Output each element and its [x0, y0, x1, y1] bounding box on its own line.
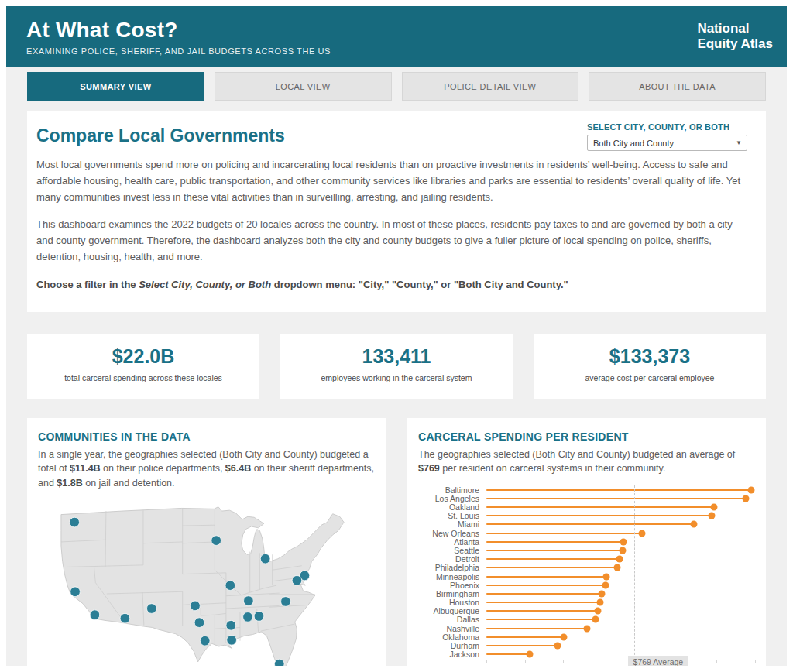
- map-marker-albuquerque[interactable]: [146, 604, 156, 614]
- chart-row-track: [486, 589, 755, 598]
- chart-row-track: [486, 633, 755, 641]
- chart-row: Jackson: [418, 650, 755, 659]
- map-marker-jackson[interactable]: [226, 620, 236, 630]
- bar-dot[interactable]: [613, 564, 620, 571]
- stat-card-cost-per-employee: $133,373 average cost per carceral emplo…: [534, 334, 766, 399]
- map-marker-baltimore[interactable]: [292, 575, 302, 585]
- bar-line[interactable]: [486, 645, 558, 646]
- bar-dot[interactable]: [748, 486, 755, 493]
- bar-dot[interactable]: [690, 521, 697, 528]
- bar-line[interactable]: [486, 550, 623, 551]
- chart-row: Los Angeles: [418, 494, 755, 502]
- map-marker-seattle[interactable]: [70, 517, 80, 527]
- intro-p3-text-2: dropdown menu: "City," "County," or "Bot…: [271, 279, 568, 290]
- bar-dot[interactable]: [638, 530, 645, 537]
- bar-line[interactable]: [486, 558, 620, 560]
- bar-dot[interactable]: [526, 651, 533, 658]
- bar-dot[interactable]: [619, 547, 626, 554]
- map-marker-nashville[interactable]: [244, 596, 254, 606]
- chart-row-label: Los Angeles: [418, 494, 486, 503]
- chart-row-track: [486, 502, 755, 511]
- lollipop-chart: BaltimoreLos AngelesOaklandSt. LouisMiam…: [418, 485, 755, 666]
- bar-line[interactable]: [486, 541, 623, 543]
- map-card-title: COMMUNITIES IN THE DATA: [38, 430, 375, 443]
- stat-value: $133,373: [540, 345, 760, 368]
- map-marker-atlanta[interactable]: [254, 611, 264, 621]
- chart-row-label: Oakland: [418, 502, 486, 512]
- geography-select-value: Both City and County: [593, 139, 674, 148]
- dashboard: At What Cost? EXAMINING POLICE, SHERIFF,…: [6, 6, 787, 666]
- chart-row-track: [486, 537, 755, 546]
- map-marker-oklahoma[interactable]: [191, 601, 201, 611]
- bar-dot[interactable]: [710, 504, 717, 511]
- chart-row-label: Atlanta: [418, 537, 486, 547]
- stat-caption: average cost per carceral employee: [540, 373, 760, 382]
- bar-line[interactable]: [486, 523, 694, 525]
- axis-tick-label: $600: [592, 664, 610, 666]
- bar-dot[interactable]: [620, 538, 627, 545]
- bar-line[interactable]: [486, 653, 530, 655]
- map-marker-detroit[interactable]: [260, 554, 270, 564]
- map-marker-new-orleans[interactable]: [227, 635, 237, 645]
- bar-line[interactable]: [486, 498, 746, 499]
- chart-row-label: Phoenix: [418, 581, 486, 590]
- chart-row: Dallas: [418, 615, 755, 624]
- bar-line[interactable]: [486, 636, 564, 638]
- bar-line[interactable]: [486, 515, 712, 516]
- bar-dot[interactable]: [554, 643, 561, 650]
- bar-dot[interactable]: [594, 608, 601, 615]
- chart-row-label: Nashville: [418, 624, 486, 633]
- axis-tick-mark: [640, 660, 640, 663]
- map-marker-minneapolis[interactable]: [211, 536, 221, 546]
- map-marker-los-angeles[interactable]: [90, 610, 100, 620]
- bar-dot[interactable]: [592, 616, 599, 623]
- bar-dot[interactable]: [597, 599, 604, 606]
- bar-line[interactable]: [486, 533, 642, 534]
- bar-line[interactable]: [486, 602, 600, 603]
- tab-summary-view[interactable]: SUMMARY VIEW: [27, 72, 204, 101]
- bar-line[interactable]: [486, 628, 587, 629]
- map-card-blurb: In a single year, the geographies select…: [38, 447, 375, 491]
- map-marker-durham[interactable]: [281, 596, 291, 606]
- bar-line[interactable]: [486, 489, 751, 491]
- bar-line[interactable]: [486, 610, 598, 612]
- bar-dot[interactable]: [742, 495, 749, 502]
- tab-bar: SUMMARY VIEW LOCAL VIEW POLICE DETAIL VI…: [6, 67, 787, 101]
- stat-caption: total carceral spending across these loc…: [33, 373, 253, 382]
- tab-police-detail-view[interactable]: POLICE DETAIL VIEW: [402, 72, 579, 101]
- map-marker-houston[interactable]: [200, 636, 210, 646]
- bar-dot[interactable]: [584, 625, 591, 632]
- chart-row: Phoenix: [418, 581, 755, 589]
- bar-line[interactable]: [486, 506, 714, 508]
- map-marker-oakland[interactable]: [70, 587, 81, 597]
- bar-line[interactable]: [486, 585, 606, 586]
- bar-dot[interactable]: [561, 633, 568, 640]
- blurb-text: on their police departments,: [101, 463, 225, 474]
- bar-dot[interactable]: [616, 556, 623, 563]
- chart-row-track: [486, 624, 755, 633]
- bar-dot[interactable]: [602, 573, 609, 580]
- map-marker-dallas[interactable]: [194, 618, 204, 628]
- bar-line[interactable]: [486, 593, 602, 595]
- chart-row: Birmingham: [418, 589, 755, 598]
- bar-line[interactable]: [486, 619, 596, 620]
- geography-select[interactable]: Both City and County ▼: [587, 135, 747, 151]
- bar-dot[interactable]: [598, 590, 605, 597]
- map-marker-st-louis[interactable]: [225, 581, 235, 591]
- blurb-text: on jail and detention.: [83, 478, 175, 489]
- police-budget-value: $11.4B: [70, 463, 101, 474]
- bar-line[interactable]: [486, 567, 617, 568]
- intro-paragraph-3: Choose a filter in the Select City, Coun…: [36, 277, 747, 293]
- map-marker-phoenix[interactable]: [120, 613, 130, 623]
- chart-row: Seattle: [418, 546, 755, 554]
- tab-local-view[interactable]: LOCAL VIEW: [215, 72, 392, 101]
- bar-dot[interactable]: [602, 581, 609, 588]
- chart-row-label: Detroit: [418, 554, 486, 564]
- page-title: At What Cost?: [26, 18, 331, 43]
- map-marker-miami[interactable]: [274, 659, 284, 666]
- map-marker-birmingham[interactable]: [243, 612, 253, 622]
- stat-caption: employees working in the carceral system: [287, 373, 506, 382]
- tab-about-the-data[interactable]: ABOUT THE DATA: [589, 72, 766, 101]
- bar-line[interactable]: [486, 576, 606, 578]
- bar-dot[interactable]: [709, 513, 716, 519]
